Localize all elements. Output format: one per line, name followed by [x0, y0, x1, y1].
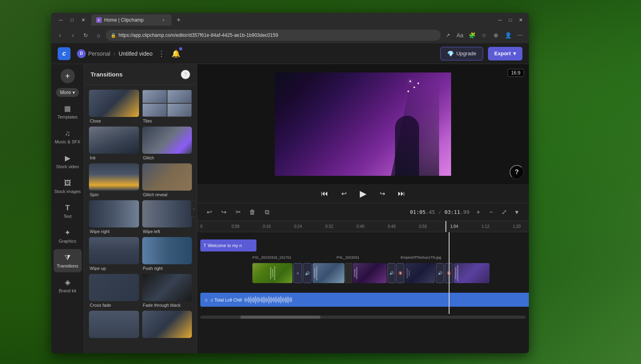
waveform-bar — [267, 298, 268, 302]
timeline-scrollbar[interactable] — [200, 316, 526, 319]
text-track[interactable]: T Welcome to my n — [200, 239, 256, 251]
win-close[interactable]: ✕ — [516, 15, 526, 25]
collapse-button[interactable]: ▾ — [511, 207, 522, 218]
graphics-label: Graphics — [58, 239, 76, 243]
expand-button[interactable]: ⤢ — [498, 207, 510, 218]
redo-button[interactable]: ↪ — [218, 207, 229, 218]
sidebar-item-templates[interactable]: ▦ Templates — [54, 100, 82, 123]
more-button[interactable]: More ▾ — [56, 88, 79, 97]
browser-tab[interactable]: C Home | Clipchamp × — [91, 14, 171, 26]
video-clip-3[interactable] — [353, 263, 387, 283]
upgrade-button[interactable]: 💎 Upgrade — [440, 47, 483, 60]
transition-spin[interactable]: Spin — [89, 163, 139, 197]
transition-wipe-right-label: Wipe right — [89, 229, 139, 234]
volume-marker-5[interactable]: 🔇 — [445, 263, 453, 283]
delete-button[interactable]: 🗑 — [247, 207, 258, 218]
transition-wipe-up[interactable]: Wipe up — [89, 237, 139, 271]
video-clip-2[interactable] — [312, 263, 345, 283]
address-actions: ↗ Aa 🧩 ☆ ⊕ 👤 ⋯ — [442, 30, 526, 41]
volume-marker-3[interactable]: 🔇 — [396, 263, 404, 283]
transition-wipe-right[interactable]: Wipe right — [89, 200, 139, 234]
transition-ink[interactable]: Ink — [89, 127, 139, 160]
transition-close[interactable]: Close — [89, 90, 139, 123]
video-clip-4[interactable] — [405, 263, 435, 283]
waveform-bar — [262, 298, 263, 302]
video-clip-1[interactable] — [252, 263, 292, 283]
profile-button[interactable]: 👤 — [502, 30, 514, 41]
music-icon: ♫ — [65, 129, 71, 138]
copy-button[interactable]: ⧉ — [261, 207, 272, 218]
sidebar-item-graphics[interactable]: ✦ Graphics — [54, 224, 82, 247]
panel-help-button[interactable]: ? — [181, 70, 190, 79]
settings-button[interactable]: ⋯ — [514, 30, 526, 41]
zoom-in-button[interactable]: + — [473, 207, 484, 218]
waveform-bar — [271, 297, 272, 303]
audio-track[interactable]: ♫ ♫ Total Lofi Chill — [200, 293, 529, 307]
transition-fade-black-thumb — [142, 274, 192, 301]
forward-button[interactable]: › — [67, 30, 79, 41]
share-button[interactable]: ↗ — [442, 30, 454, 41]
transition-cross-fade[interactable]: Cross fade — [89, 274, 139, 308]
panel-title: Transitions — [91, 71, 123, 78]
home-button[interactable]: ⌂ — [93, 30, 104, 41]
video-track-row: PXL_20220318_151701 PXL_2022031 EmpireOf… — [200, 261, 526, 289]
favorites-button[interactable]: ☆ — [478, 30, 490, 41]
sidebar-item-stock-images[interactable]: 🖼 Stock images — [54, 175, 82, 198]
undo-button[interactable]: ↩ — [204, 207, 215, 218]
transition-marker-2[interactable] — [345, 263, 352, 283]
refresh-button[interactable]: ↻ — [80, 30, 91, 41]
transition-close-thumb — [89, 90, 139, 117]
video-title[interactable]: Untitled video — [119, 50, 153, 57]
skip-back-button[interactable]: ⏮ — [318, 187, 331, 200]
waveform-bar — [276, 296, 276, 303]
transition-glitch-reveal[interactable]: Glitch reveal — [142, 163, 192, 197]
fast-forward-button[interactable]: ↪ — [376, 187, 389, 200]
sidebar-item-brand-kit[interactable]: ◈ Brand kit — [54, 274, 82, 297]
zoom-out-button[interactable]: − — [486, 207, 497, 218]
transition-wipe-left[interactable]: Wipe left — [142, 200, 192, 234]
sidebar-item-music[interactable]: ♫ Music & SFX — [54, 125, 82, 148]
sidebar-item-text[interactable]: T Text — [54, 199, 82, 223]
volume-marker-4[interactable]: 🔊 — [436, 263, 444, 283]
transition-scroll1[interactable] — [89, 311, 139, 340]
clips-track: ✕ 🔊 — [252, 263, 490, 283]
video-options-button[interactable]: ⋮ — [156, 48, 167, 59]
help-button[interactable]: ? — [510, 165, 524, 179]
read-mode-button[interactable]: Aa — [454, 30, 466, 41]
win-minimize[interactable]: ─ — [495, 15, 505, 25]
add-media-button[interactable]: + — [60, 69, 75, 83]
transition-scroll2[interactable] — [142, 311, 192, 340]
export-button[interactable]: Export ▾ — [488, 47, 522, 60]
tab-close-button[interactable]: × — [160, 17, 167, 23]
maximize-button[interactable]: □ — [67, 15, 77, 25]
new-tab-button[interactable]: + — [173, 14, 184, 26]
panel-collapse-button[interactable]: ‹ — [191, 201, 197, 217]
skip-forward-button[interactable]: ⏭ — [395, 187, 408, 200]
transition-glitch[interactable]: Glitch — [142, 127, 192, 160]
close-button[interactable]: ✕ — [79, 15, 88, 25]
breadcrumb-personal[interactable]: D Personal — [77, 49, 110, 58]
volume-marker-2[interactable]: 🔊 — [387, 263, 395, 283]
back-button[interactable]: ‹ — [54, 30, 66, 41]
video-preview[interactable] — [275, 72, 451, 176]
win-maximize[interactable]: □ — [506, 15, 515, 25]
transition-push-right[interactable]: Push right — [142, 237, 192, 271]
video-clip-5[interactable] — [454, 263, 490, 283]
url-bar[interactable]: 🔒 https://app.clipchamp.com/editor/d357f… — [106, 30, 441, 41]
minimize-button[interactable]: ─ — [56, 15, 66, 25]
transition-fade-black[interactable]: Fade through black — [142, 274, 192, 308]
cut-button[interactable]: ✂ — [232, 207, 244, 218]
tab-favicon: C — [96, 17, 102, 23]
transition-tiles[interactable]: Tiles — [142, 90, 192, 123]
transition-wipe-left-label: Wipe left — [142, 229, 192, 234]
transition-marker-1[interactable]: ✕ — [293, 263, 302, 283]
sidebar-item-transitions[interactable]: ⧩ Transitions — [54, 249, 82, 272]
extensions-button[interactable]: 🧩 — [466, 30, 478, 41]
collections-button[interactable]: ⊕ — [490, 30, 502, 41]
rewind-button[interactable]: ↩ — [337, 187, 350, 200]
play-button[interactable]: ▶ — [357, 187, 369, 200]
volume-marker[interactable]: 🔊 — [303, 263, 312, 283]
sidebar-item-stock-video[interactable]: ▶ Stock video — [54, 150, 82, 173]
user-avatar: D — [77, 49, 86, 58]
main-layout: + More ▾ ▦ Templates ♫ Music & SFX ▶ Sto… — [51, 64, 529, 353]
